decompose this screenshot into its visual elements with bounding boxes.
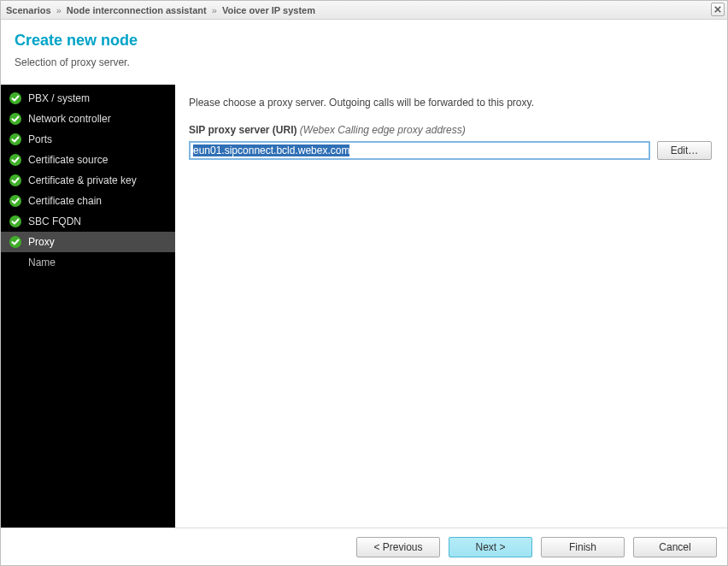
sidebar-item-label: Certificate source (28, 154, 108, 166)
wizard-window: Scenarios » Node interconnection assista… (0, 0, 728, 566)
wizard-footer: < Previous Next > Finish Cancel (1, 528, 727, 565)
page-subtitle: Selection of proxy server. (15, 56, 713, 68)
sidebar-item-proxy[interactable]: Proxy (1, 232, 175, 252)
check-circle-icon (9, 154, 21, 166)
check-circle-icon (9, 215, 21, 227)
sidebar-item-label: Certificate chain (28, 195, 102, 207)
cancel-button[interactable]: Cancel (633, 537, 717, 557)
titlebar: Scenarios » Node interconnection assista… (1, 1, 727, 20)
breadcrumb-part: Node interconnection assistant (67, 5, 207, 15)
page-title: Create new node (15, 32, 713, 50)
close-button[interactable] (711, 3, 725, 16)
sidebar-item-label: Certificate & private key (28, 174, 137, 186)
wizard-body: PBX / systemNetwork controllerPortsCerti… (1, 85, 727, 528)
sidebar-item-name[interactable]: Name (1, 252, 175, 273)
breadcrumb: Scenarios » Node interconnection assista… (6, 5, 315, 15)
sidebar-item-ports[interactable]: Ports (1, 129, 175, 150)
check-circle-icon (9, 113, 21, 125)
sidebar-item-label: Proxy (28, 236, 55, 248)
edit-button[interactable]: Edit… (657, 141, 712, 160)
field-label-hint: (Webex Calling edge proxy address) (300, 124, 466, 136)
sidebar-item-label: SBC FQDN (28, 215, 81, 227)
field-label-main: SIP proxy server (URI) (189, 124, 297, 136)
breadcrumb-sep: » (209, 5, 220, 15)
sidebar-item-pbx-system[interactable]: PBX / system (1, 88, 175, 109)
sidebar-item-label: Ports (28, 133, 52, 145)
wizard-header: Create new node Selection of proxy serve… (1, 20, 727, 85)
sidebar-item-sbc-fqdn[interactable]: SBC FQDN (1, 211, 175, 232)
main-panel: Please choose a proxy server. Outgoing c… (175, 85, 727, 528)
sip-proxy-uri-input[interactable] (189, 141, 650, 160)
previous-button[interactable]: < Previous (356, 537, 440, 557)
sidebar-item-certificate-source[interactable]: Certificate source (1, 150, 175, 170)
sidebar-item-label: PBX / system (28, 92, 90, 104)
sidebar-item-network-controller[interactable]: Network controller (1, 109, 175, 129)
breadcrumb-sep: » (54, 5, 64, 15)
sidebar: PBX / systemNetwork controllerPortsCerti… (1, 85, 175, 528)
sidebar-item-label: Name (28, 256, 56, 268)
check-circle-icon (9, 92, 21, 104)
check-circle-icon (9, 174, 21, 186)
instruction-text: Please choose a proxy server. Outgoing c… (189, 97, 713, 109)
field-row: Edit… (189, 141, 713, 160)
sidebar-item-certificate-private-key[interactable]: Certificate & private key (1, 170, 175, 191)
sidebar-item-certificate-chain[interactable]: Certificate chain (1, 191, 175, 211)
next-button[interactable]: Next > (449, 537, 532, 557)
check-circle-icon (9, 195, 21, 207)
check-circle-icon (9, 133, 21, 145)
breadcrumb-part: Voice over IP system (222, 5, 315, 15)
sidebar-item-label: Network controller (28, 113, 111, 125)
field-label: SIP proxy server (URI) (Webex Calling ed… (189, 124, 713, 136)
close-icon (714, 6, 721, 13)
breadcrumb-part: Scenarios (6, 5, 51, 15)
finish-button[interactable]: Finish (541, 537, 625, 557)
check-circle-icon (9, 236, 21, 248)
